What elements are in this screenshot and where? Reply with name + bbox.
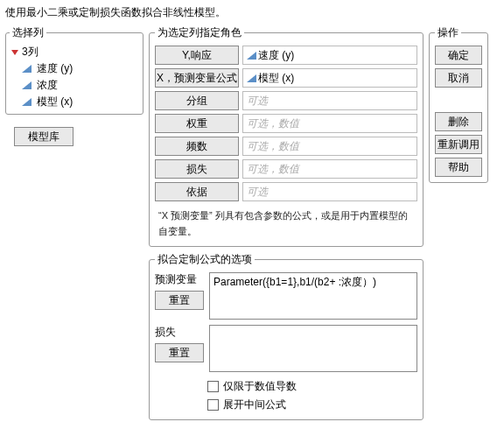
numeric-derivatives-checkbox[interactable]: 仅限于数值导数	[207, 377, 417, 396]
role-value[interactable]: 可选，数值	[242, 114, 417, 133]
role-value[interactable]: 可选，数值	[242, 137, 417, 156]
checkbox-icon	[207, 381, 219, 392]
role-row: 频数可选，数值	[155, 137, 417, 156]
continuous-icon	[22, 81, 32, 89]
predictor-label: 预测变量	[155, 272, 204, 287]
column-label: 模型 (x)	[37, 95, 73, 109]
tree-root-label: 3列	[22, 45, 38, 60]
role-row: 权重可选，数值	[155, 114, 417, 133]
checkbox-icon	[207, 399, 219, 411]
select-columns-group: 选择列 3列 速度 (y)浓度模型 (x)	[5, 25, 144, 115]
role-value[interactable]: 模型 (x)	[242, 68, 417, 88]
fit-options-group: 拟合定制公式的选项 预测变量 重置 Parameter({b1=1},b1/(b…	[149, 252, 424, 420]
loss-label: 损失	[155, 325, 204, 340]
collapse-icon	[11, 50, 18, 55]
expand-formula-checkbox[interactable]: 展开中间公式	[207, 396, 417, 414]
role-value[interactable]: 可选	[242, 91, 417, 110]
column-item[interactable]: 浓度	[10, 77, 139, 94]
role-button[interactable]: 频数	[155, 137, 239, 156]
continuous-icon	[247, 74, 256, 82]
loss-reset-button[interactable]: 重置	[155, 343, 204, 362]
recall-button[interactable]: 重新调用	[435, 135, 482, 154]
role-button[interactable]: Y,响应	[155, 46, 239, 65]
help-button[interactable]: 帮助	[435, 158, 482, 177]
role-button[interactable]: 损失	[155, 159, 239, 179]
column-label: 浓度	[37, 78, 58, 93]
roles-group: 为选定列指定角色 Y,响应速度 (y)X，预测变量公式模型 (x)分组可选权重可…	[149, 25, 424, 247]
role-button[interactable]: 依据	[155, 182, 239, 201]
loss-formula-input[interactable]	[209, 325, 417, 372]
role-button[interactable]: 分组	[155, 91, 239, 110]
actions-group: 操作 确定 取消 删除 重新调用 帮助	[429, 25, 488, 183]
model-library-button[interactable]: 模型库	[14, 127, 74, 146]
role-button[interactable]: X，预测变量公式	[155, 68, 239, 88]
cancel-button[interactable]: 取消	[435, 68, 482, 88]
role-row: 依据可选	[155, 182, 417, 201]
remove-button[interactable]: 删除	[435, 112, 482, 131]
continuous-icon	[22, 98, 32, 106]
continuous-icon	[22, 65, 32, 73]
role-button[interactable]: 权重	[155, 114, 239, 133]
column-item[interactable]: 模型 (x)	[10, 94, 139, 110]
continuous-icon	[247, 52, 256, 60]
column-item[interactable]: 速度 (y)	[10, 60, 139, 77]
column-label: 速度 (y)	[37, 61, 73, 76]
role-row: X，预测变量公式模型 (x)	[155, 68, 417, 88]
role-value[interactable]: 可选，数值	[242, 159, 417, 179]
actions-legend: 操作	[435, 25, 461, 40]
role-value[interactable]: 可选	[242, 182, 417, 201]
role-row: 分组可选	[155, 91, 417, 110]
tree-root[interactable]: 3列	[10, 44, 139, 60]
role-value-text: 速度 (y)	[258, 48, 294, 63]
role-value[interactable]: 速度 (y)	[242, 46, 417, 65]
roles-legend: 为选定列指定角色	[155, 25, 244, 40]
select-columns-legend: 选择列	[10, 25, 46, 40]
role-row: 损失可选，数值	[155, 159, 417, 179]
predictor-reset-button[interactable]: 重置	[155, 291, 204, 310]
page-description: 使用最小二乘或定制损失函数拟合非线性模型。	[5, 5, 499, 20]
fit-options-legend: 拟合定制公式的选项	[155, 252, 255, 267]
role-value-text: 模型 (x)	[258, 71, 294, 86]
numeric-derivatives-label: 仅限于数值导数	[223, 379, 297, 394]
roles-note: “X 预测变量” 列具有包含参数的公式，或是用于内置模型的自变量。	[155, 207, 417, 241]
ok-button[interactable]: 确定	[435, 46, 482, 65]
expand-formula-label: 展开中间公式	[223, 397, 286, 412]
predictor-formula-input[interactable]: Parameter({b1=1},b1/(b2+ :浓度）)	[209, 272, 417, 320]
role-row: Y,响应速度 (y)	[155, 46, 417, 65]
